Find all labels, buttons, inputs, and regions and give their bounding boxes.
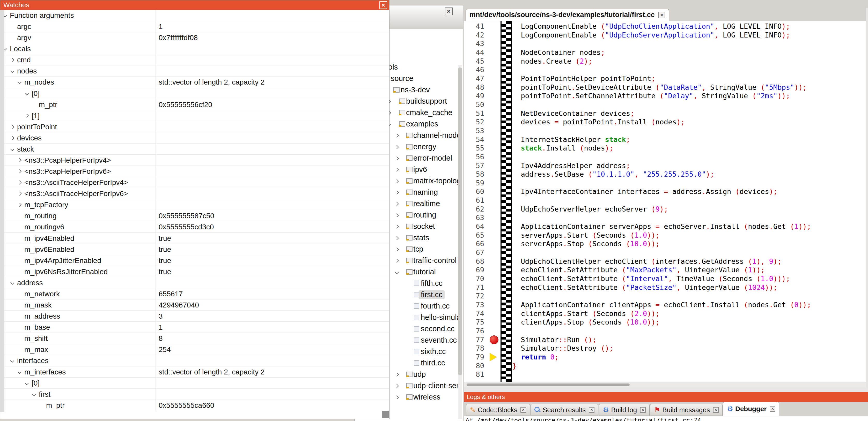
watch-row[interactable]: Locals — [0, 43, 389, 54]
line-number[interactable]: 63 — [464, 213, 488, 222]
watch-row[interactable]: m_ipv6Enabledtrue — [0, 244, 389, 255]
watch-row[interactable]: nodes — [0, 65, 389, 76]
line-number[interactable]: 72 — [464, 292, 488, 300]
code-line[interactable]: LogComponentEnable ("UdpEchoServerApplic… — [513, 31, 864, 39]
chevron-right-icon[interactable] — [395, 395, 399, 399]
line-number[interactable]: 48 — [464, 83, 488, 92]
watch-row[interactable]: m_base1 — [0, 322, 389, 333]
code-line[interactable]: NodeContainer nodes; — [513, 48, 864, 57]
chevron-down-icon[interactable] — [18, 80, 22, 84]
watch-row[interactable]: pointToPoint — [0, 121, 389, 132]
editor-horizontal-scrollbar[interactable] — [464, 382, 866, 387]
line-number[interactable]: 79 — [464, 353, 488, 361]
line-number[interactable]: 55 — [464, 144, 488, 153]
code-line[interactable] — [513, 65, 864, 74]
chevron-right-icon[interactable] — [395, 202, 399, 206]
code-line[interactable]: address.SetBase ("10.1.1.0", "255.255.25… — [513, 170, 864, 179]
code-line[interactable]: nodes.Create (2); — [513, 57, 864, 66]
chevron-down-icon[interactable] — [10, 359, 14, 363]
code-line[interactable]: Simulator::Destroy (); — [513, 344, 864, 353]
editor-hscroll-thumb[interactable] — [467, 384, 630, 386]
watch-row[interactable]: m_ipv4Enabledtrue — [0, 233, 389, 244]
watch-row[interactable]: m_interfacesstd::vector of length 2, cap… — [0, 366, 389, 378]
chevron-right-icon[interactable] — [18, 192, 22, 196]
chevron-down-icon[interactable] — [10, 281, 14, 285]
watch-row[interactable]: argc1 — [0, 21, 389, 32]
code-line[interactable]: Ipv4AddressHelper address; — [513, 161, 864, 170]
chevron-down-icon[interactable] — [18, 370, 22, 374]
line-number[interactable]: 81 — [464, 370, 488, 379]
line-number[interactable]: 74 — [464, 309, 488, 318]
chevron-right-icon[interactable] — [10, 125, 14, 129]
line-number[interactable]: 56 — [464, 153, 488, 161]
watch-row[interactable]: interfaces — [0, 355, 389, 366]
chevron-right-icon[interactable] — [395, 213, 399, 218]
watch-row[interactable]: [0] — [0, 378, 389, 389]
code-line[interactable]: ApplicationContainer clientApps = echoCl… — [513, 300, 864, 309]
line-number[interactable]: 47 — [464, 74, 488, 83]
chevron-down-icon[interactable] — [10, 147, 14, 151]
code-line[interactable] — [513, 39, 864, 48]
code-line[interactable]: Simulator::Run (); — [513, 335, 864, 344]
close-icon[interactable]: × — [379, 1, 387, 9]
line-number[interactable]: 49 — [464, 92, 488, 100]
watch-row[interactable]: m_mask4294967040 — [0, 299, 389, 311]
code-line[interactable]: stack.Install (nodes); — [513, 144, 864, 153]
line-number[interactable]: 59 — [464, 179, 488, 188]
close-icon[interactable]: × — [640, 407, 646, 413]
code-line[interactable]: UdpEchoClientHelper echoClient (interfac… — [513, 257, 864, 266]
code-line[interactable]: serverApps.Start (Seconds (1.0)); — [513, 231, 864, 240]
chevron-right-icon[interactable] — [18, 158, 22, 162]
line-number[interactable]: 42 — [464, 31, 488, 39]
code-line[interactable]: LogComponentEnable ("UdpEchoClientApplic… — [513, 22, 864, 31]
line-number[interactable]: 68 — [464, 257, 488, 266]
line-number[interactable]: 75 — [464, 318, 488, 327]
watch-row[interactable]: m_tcpFactory — [0, 199, 389, 210]
line-number[interactable]: 52 — [464, 118, 488, 126]
line-number[interactable]: 62 — [464, 205, 488, 214]
line-number[interactable]: 50 — [464, 100, 488, 109]
line-number[interactable]: 67 — [464, 248, 488, 257]
line-number[interactable]: 57 — [464, 161, 488, 170]
watch-row[interactable]: <ns3::AsciiTraceHelperForIpv4> — [0, 177, 389, 188]
code-line[interactable]: echoClient.SetAttribute ("MaxPackets", U… — [513, 266, 864, 274]
chevron-down-icon[interactable] — [10, 69, 14, 73]
code-line[interactable]: InternetStackHelper stack; — [513, 135, 864, 144]
watch-row[interactable]: m_routingv60x5555555cd3c0 — [0, 221, 389, 232]
watch-row[interactable]: <ns3::PcapHelperForIpv6> — [0, 166, 389, 177]
line-number[interactable]: 71 — [464, 283, 488, 292]
watches-titlebar[interactable]: Watches × — [0, 0, 389, 10]
code-line[interactable]: PointToPointHelper pointToPoint; — [513, 74, 864, 83]
line-number[interactable]: 70 — [464, 274, 488, 283]
watch-row[interactable]: m_ipv6NsRsJitterEnabledtrue — [0, 266, 389, 277]
code-line[interactable] — [513, 179, 864, 188]
chevron-right-icon[interactable] — [10, 58, 14, 62]
line-number[interactable]: 44 — [464, 48, 488, 57]
code-line[interactable]: ApplicationContainer serverApps = echoSe… — [513, 222, 864, 231]
code-line[interactable]: clientApps.Start (Seconds (2.0)); — [513, 309, 864, 318]
watches-scroll-corner[interactable] — [382, 411, 389, 418]
chevron-down-icon[interactable] — [32, 392, 36, 396]
code-line[interactable]: Ipv4InterfaceContainer interfaces = addr… — [513, 187, 864, 196]
watch-row[interactable]: address — [0, 277, 389, 288]
line-number[interactable]: 45 — [464, 57, 488, 66]
watch-row[interactable]: stack — [0, 143, 389, 155]
code-line[interactable]: devices = pointToPoint.Install (nodes); — [513, 118, 864, 126]
close-icon[interactable]: × — [589, 407, 594, 413]
logs-tab-build-log[interactable]: ⚙Build log× — [599, 404, 650, 416]
watch-row[interactable]: Function arguments — [0, 10, 389, 21]
chevron-right-icon[interactable] — [395, 179, 399, 183]
watch-row[interactable]: argv0x7fffffffdf08 — [0, 32, 389, 43]
watch-row[interactable]: <ns3::PcapHelperForIpv4> — [0, 155, 389, 166]
code-line[interactable] — [513, 196, 864, 205]
chevron-right-icon[interactable] — [395, 236, 399, 240]
logs-tab-debugger[interactable]: ⚙Debugger× — [723, 402, 779, 416]
line-number[interactable]: 41 — [464, 22, 488, 31]
chevron-right-icon[interactable] — [395, 134, 399, 138]
line-number[interactable]: 77 — [464, 335, 488, 344]
code-editor[interactable]: 4142434445464748495051525354555657585960… — [464, 21, 866, 382]
watch-row[interactable]: [1] — [0, 110, 389, 121]
line-number[interactable]: 69 — [464, 266, 488, 274]
code-line[interactable] — [513, 213, 864, 222]
tree-scrollbar-thumb[interactable] — [458, 67, 462, 375]
